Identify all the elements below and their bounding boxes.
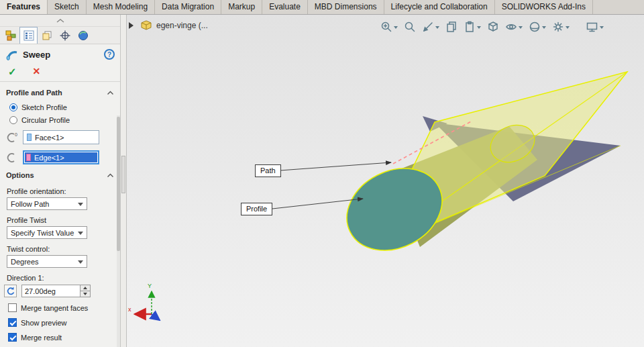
graphics-viewport[interactable]: x Y egen-vinge (...	[127, 15, 644, 347]
selection-color-swatch	[27, 134, 32, 141]
clipboard-button[interactable]	[464, 21, 481, 33]
view-settings-button[interactable]	[552, 21, 570, 33]
view-orientation-cube-icon	[487, 21, 499, 33]
checkbox-merge-tangent-faces[interactable]: Merge tangent faces	[8, 303, 120, 312]
ok-cancel-row: ✓ ✕	[0, 63, 120, 82]
tab-mesh-modeling[interactable]: Mesh Modeling	[87, 0, 155, 14]
section-view-button[interactable]	[422, 21, 439, 33]
triad-y-label: Y	[148, 283, 152, 289]
model-canvas[interactable]: x Y	[127, 15, 644, 347]
property-manager-panel: Sweep ? ✓ ✕ Profile and Path Sketch Prof…	[0, 15, 121, 347]
pages-icon	[445, 21, 458, 33]
selection-item-selected[interactable]: Edge<1>	[25, 152, 97, 162]
scrollbar-thumb[interactable]	[117, 117, 120, 251]
profile-selection-icon: 0	[5, 131, 19, 144]
chevron-down-icon[interactable]	[477, 26, 481, 31]
twist-angle-input[interactable]	[21, 285, 80, 297]
checkbox-merge-result[interactable]: Merge result	[8, 333, 120, 342]
spinner-down-button[interactable]	[80, 291, 91, 298]
panel-collapse-handle-icon[interactable]	[56, 18, 65, 23]
manager-tab-bar	[0, 27, 120, 44]
tab-property-manager[interactable]	[19, 27, 38, 44]
zoom-area-button[interactable]	[404, 21, 416, 33]
panel-splitter[interactable]	[121, 15, 127, 347]
reverse-direction-button[interactable]	[4, 285, 17, 297]
chevron-down-icon	[78, 260, 83, 266]
appearance-sphere-icon	[529, 21, 541, 33]
radio-dot	[9, 103, 17, 111]
panel-header: Sweep ?	[0, 44, 120, 63]
profile-twist-label: Profile Twist	[7, 216, 120, 224]
twist-control-select[interactable]: Degrees	[7, 255, 87, 268]
chevron-down-icon[interactable]	[566, 26, 570, 31]
ok-button[interactable]: ✓	[8, 66, 17, 77]
triad-z-axis	[152, 314, 160, 320]
tab-sketch[interactable]: Sketch	[48, 0, 87, 14]
tab-configuration-manager[interactable]	[38, 27, 56, 44]
orientation-triad: x Y	[128, 283, 160, 320]
tab-data-migration[interactable]: Data Migration	[155, 0, 221, 14]
group-header-options[interactable]: Options	[0, 167, 120, 181]
tab-markup[interactable]: Markup	[221, 0, 262, 14]
tree-expander-icon[interactable]	[129, 22, 137, 29]
profile-twist-select[interactable]: Specify Twist Value	[7, 226, 87, 239]
profile-selection-box[interactable]: Face<1>	[23, 130, 99, 144]
cancel-button[interactable]: ✕	[33, 66, 41, 77]
full-screen-button[interactable]	[586, 21, 604, 33]
spinner	[80, 285, 91, 297]
path-selection-box[interactable]: Edge<1>	[23, 150, 99, 164]
checkbox-box	[8, 303, 17, 312]
chevron-up-icon[interactable]	[107, 91, 114, 95]
breadcrumb: egen-vinge (...	[129, 20, 208, 31]
tab-lifecycle-collaboration[interactable]: Lifecycle and Collaboration	[384, 0, 495, 14]
help-button[interactable]: ?	[104, 49, 115, 60]
checkbox-box	[8, 333, 17, 342]
group-title: Options	[6, 171, 34, 179]
view-orientation-button[interactable]	[487, 21, 499, 33]
group-title: Profile and Path	[6, 89, 62, 97]
tab-evaluate[interactable]: Evaluate	[262, 0, 308, 14]
triangle-down-icon	[83, 293, 87, 297]
chevron-down-icon	[78, 203, 83, 209]
path-leader-line	[280, 162, 391, 170]
tab-dimxpert-manager[interactable]	[56, 27, 74, 44]
group-header-profile-and-path[interactable]: Profile and Path	[0, 85, 120, 99]
path-callout[interactable]: Path	[255, 164, 281, 177]
zoom-in-button[interactable]	[380, 21, 398, 33]
panel-scrollbar[interactable]	[117, 115, 120, 347]
tab-display-manager[interactable]	[74, 27, 92, 44]
document-name[interactable]: egen-vinge (...	[156, 21, 208, 30]
tab-mbd-dimensions[interactable]: MBD Dimensions	[308, 0, 384, 14]
profile-orientation-select[interactable]: Follow Path	[7, 197, 87, 210]
hide-show-items-button[interactable]	[505, 21, 523, 33]
radio-sketch-profile[interactable]: Sketch Profile	[9, 103, 120, 111]
triangle-up-icon	[83, 285, 87, 289]
chevron-down-icon[interactable]	[519, 26, 523, 31]
chevron-down-icon[interactable]	[394, 26, 398, 31]
chevron-down-icon	[78, 232, 83, 238]
eye-icon	[505, 21, 517, 33]
checkbox-label: Merge tangent faces	[21, 304, 88, 312]
edit-appearance-button[interactable]	[529, 21, 546, 33]
chevron-down-icon[interactable]	[435, 26, 439, 31]
tab-feature-manager[interactable]	[1, 27, 19, 44]
tab-solidworks-addins[interactable]: SOLIDWORKS Add-Ins	[495, 0, 593, 14]
dimxpert-crosshair-icon	[59, 30, 71, 42]
checkbox-show-preview[interactable]: Show preview	[8, 318, 120, 327]
radio-label: Circular Profile	[21, 116, 70, 124]
tab-features[interactable]: Features	[0, 0, 48, 14]
twist-angle-field-group	[21, 285, 91, 297]
zoom-area-icon	[404, 21, 416, 33]
chevron-down-icon[interactable]	[600, 26, 604, 31]
selection-item[interactable]: Face<1>	[25, 132, 97, 142]
chevron-down-icon[interactable]	[542, 26, 546, 31]
splitter-grip[interactable]	[121, 156, 125, 193]
pages-button[interactable]	[445, 21, 458, 33]
chevron-up-icon[interactable]	[107, 173, 114, 178]
spinner-up-button[interactable]	[80, 285, 91, 291]
display-manager-sphere-icon	[77, 30, 89, 42]
selection-value: Edge<1>	[34, 154, 64, 162]
part-icon	[141, 20, 152, 31]
radio-circular-profile[interactable]: Circular Profile	[9, 116, 120, 124]
profile-callout[interactable]: Profile	[241, 203, 272, 215]
